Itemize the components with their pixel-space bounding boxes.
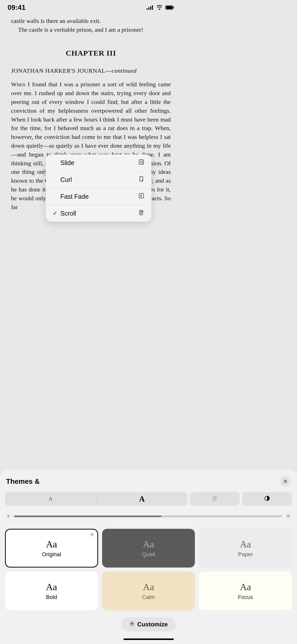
svg-rect-8: [139, 160, 144, 164]
body-text-2: The castle is a veritable prison, and I …: [11, 25, 171, 34]
slide-icon: [138, 159, 144, 167]
svg-rect-7: [173, 7, 174, 8]
curl-icon: [138, 176, 144, 183]
checkmark-icon: ✓: [53, 210, 58, 217]
svg-rect-3: [152, 5, 153, 10]
wifi-icon: [156, 4, 163, 12]
status-icons: [147, 4, 174, 12]
svg-point-4: [159, 9, 160, 10]
svg-rect-10: [140, 210, 143, 215]
menu-item-curl[interactable]: Curl: [46, 171, 151, 188]
svg-rect-2: [150, 6, 151, 10]
menu-item-fast-fade[interactable]: Fast Fade: [46, 188, 151, 205]
chapter-heading: CHAPTER III: [11, 49, 171, 57]
page-transition-menu: Slide Curl Fast Fade ✓Scroll: [46, 154, 151, 222]
status-bar: 09:41: [0, 0, 182, 14]
fast-fade-icon: [138, 193, 144, 200]
menu-item-scroll[interactable]: ✓Scroll: [46, 205, 151, 222]
body-text-1: castle walls is there an available exit.: [11, 17, 171, 25]
svg-rect-6: [166, 6, 173, 9]
svg-rect-1: [148, 7, 149, 10]
status-time: 09:41: [8, 4, 26, 12]
scroll-icon: [138, 210, 144, 217]
battery-icon: [165, 4, 174, 12]
svg-rect-0: [147, 8, 148, 10]
menu-item-slide[interactable]: Slide: [46, 154, 151, 171]
journal-heading: JONATHAN HARKER'S JOURNAL—continued: [11, 66, 171, 75]
cellular-icon: [147, 4, 154, 12]
